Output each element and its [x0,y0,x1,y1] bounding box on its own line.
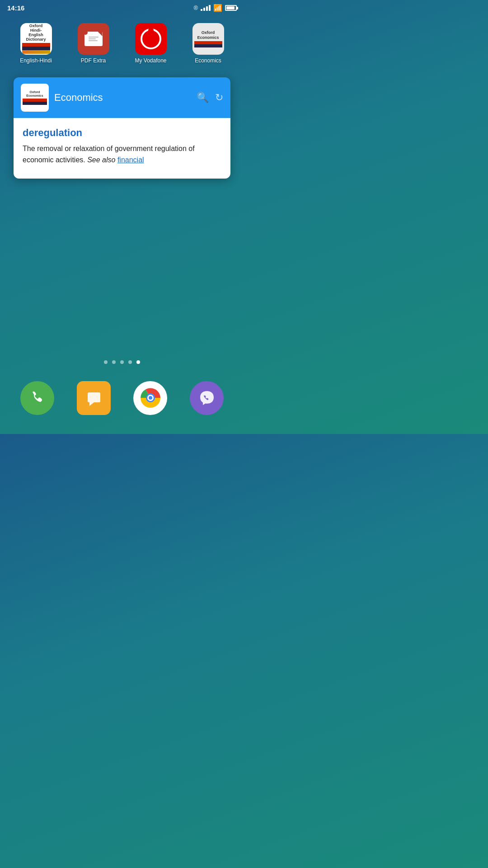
registered-icon: ® [193,5,198,11]
svg-rect-0 [88,392,100,402]
pdf-card [84,32,103,46]
dock-item-phone[interactable] [20,381,54,415]
dock-item-chat[interactable] [77,381,111,415]
oxford-hindi-bars [22,43,50,54]
battery-icon [225,5,237,11]
app-grid: OxfordHindi-EnglishDictionary English-Hi… [0,14,244,68]
oxford-hindi-title: OxfordHindi-EnglishDictionary [26,24,46,42]
page-dot-1 [104,360,108,364]
dock-item-chrome[interactable] [133,381,167,415]
widget-app-title: Economics [54,92,103,104]
app-item-pdf-extra[interactable]: PDF Extra [71,23,116,64]
dock [0,366,244,434]
dock-icon-chrome[interactable] [133,381,167,415]
wifi-icon: 📶 [213,4,222,12]
app-icon-vodafone[interactable] [135,23,167,55]
chrome-icon [139,387,162,409]
page-dot-5 [136,360,140,364]
app-label-pdf-extra: PDF Extra [81,57,106,64]
oxford-econ-bars [194,41,222,47]
status-bar: 14:16 ® 📶 [0,0,244,14]
app-item-my-vodafone[interactable]: My Vodafone [128,23,174,64]
app-label-english-hindi: English-Hindi [20,57,52,64]
app-item-economics[interactable]: OxfordEconomics Economics [186,23,231,64]
page-dot-2 [112,360,116,364]
dock-icon-chat[interactable] [77,381,111,415]
page-dot-4 [128,360,132,364]
signal-icon [201,5,211,11]
app-icon-english-hindi[interactable]: OxfordHindi-EnglishDictionary [20,23,52,55]
status-icons: ® 📶 [193,4,237,12]
vodafone-circle [141,28,161,49]
dock-item-viber[interactable] [190,381,224,415]
chat-icon [85,389,103,407]
word-definition: The removal or relaxation of government … [23,143,221,166]
widget-header-left: OxfordEconomics Economics [21,84,103,112]
app-icon-pdf-extra[interactable] [78,23,109,55]
widget-header: OxfordEconomics Economics 🔍 ↻ [14,77,230,118]
see-also-text: See also [87,156,115,164]
phone-icon [29,390,46,406]
widget-header-right[interactable]: 🔍 ↻ [197,92,223,104]
page-dots [0,360,244,364]
economics-widget[interactable]: OxfordEconomics Economics 🔍 ↻ deregulati… [14,77,230,179]
widget-icon-text: OxfordEconomics [26,90,43,98]
refresh-icon[interactable]: ↻ [215,92,223,104]
page-dot-3 [120,360,124,364]
viber-icon [197,388,216,407]
financial-link[interactable]: financial [117,156,144,164]
svg-marker-1 [89,402,94,406]
oxford-econ-title: OxfordEconomics [197,30,219,40]
app-item-english-hindi[interactable]: OxfordHindi-EnglishDictionary English-Hi… [14,23,59,64]
status-time: 14:16 [7,4,24,12]
dock-icon-viber[interactable] [190,381,224,415]
widget-app-icon: OxfordEconomics [21,84,49,112]
word-title: deregulation [23,127,221,139]
svg-point-5 [149,396,152,400]
app-label-economics: Economics [195,57,221,64]
search-icon[interactable]: 🔍 [197,92,209,104]
widget-body: deregulation The removal or relaxation o… [14,118,230,179]
app-icon-economics[interactable]: OxfordEconomics [192,23,224,55]
widget-icon-bars [23,99,47,105]
dock-icon-phone[interactable] [20,381,54,415]
app-label-my-vodafone: My Vodafone [135,57,166,64]
